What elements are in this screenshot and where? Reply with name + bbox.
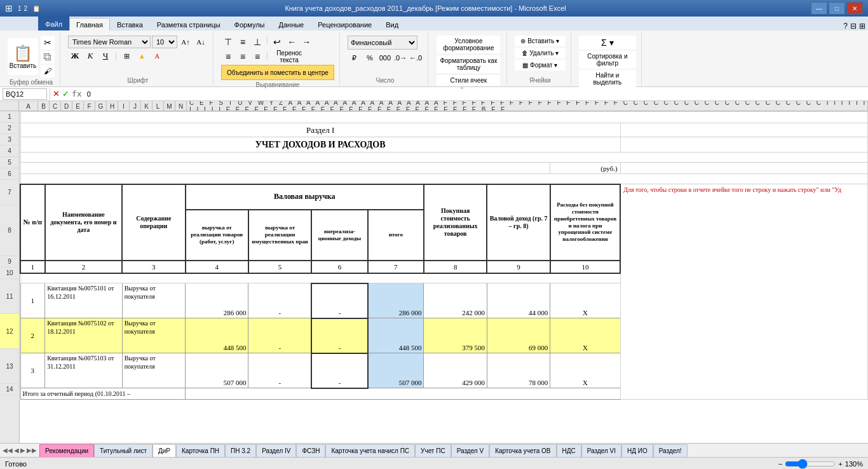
paste-button[interactable]: 📋 Вставить xyxy=(8,38,38,75)
border-button[interactable]: ⊞ xyxy=(119,50,133,62)
sheet-tab-pn32[interactable]: ПН 3.2 xyxy=(225,444,256,457)
close-button[interactable]: ✕ xyxy=(846,2,863,15)
cell-styles-button[interactable]: Стили ячеек xyxy=(437,75,500,86)
align-left-button[interactable]: ≡ xyxy=(221,50,235,63)
data-row2-itogo[interactable]: 448 500 xyxy=(368,318,424,353)
data-row3-v1[interactable]: 507 000 xyxy=(186,353,248,388)
zoom-in-icon[interactable]: + xyxy=(838,460,842,468)
data-row3-op[interactable]: Выручка от покупателя xyxy=(122,353,185,388)
data-row1-num[interactable]: 1 xyxy=(20,283,45,318)
tab-data[interactable]: Данные xyxy=(271,18,311,31)
italic-button[interactable]: К xyxy=(83,50,97,62)
sheet-tab-kartochka-pn[interactable]: Карточка ПН xyxy=(176,444,225,457)
zoom-level[interactable]: 130% xyxy=(845,460,863,468)
sum-button[interactable]: Σ ▾ xyxy=(579,36,636,50)
merge-button[interactable]: Объединить и поместить в центре xyxy=(221,65,334,80)
data-row1-op[interactable]: Выручка от покупателя xyxy=(122,283,185,318)
sheet-tab-kartochka-ps[interactable]: Карточка учета начисл ПС xyxy=(325,444,415,457)
cell-reference-input[interactable] xyxy=(3,88,47,100)
sheet-tab-kartochka-ov[interactable]: Карточка учета ОВ xyxy=(489,444,556,457)
tab-insert[interactable]: Вставка xyxy=(110,18,150,31)
sheet-tab-razdel-last[interactable]: Раздел! xyxy=(653,444,688,457)
number-format-select[interactable]: Финансовый xyxy=(348,36,417,50)
tab-review[interactable]: Рецензирование xyxy=(311,18,379,31)
minimize-button[interactable]: — xyxy=(811,2,827,15)
data-row1-pokup[interactable]: 242 000 xyxy=(424,283,487,318)
font-color-button[interactable]: A xyxy=(150,50,164,62)
font-shrink-button[interactable]: A↓ xyxy=(194,36,208,48)
data-row2-v1[interactable]: 448 500 xyxy=(186,318,248,353)
dec-dec-button[interactable]: ←.0 xyxy=(409,51,423,64)
sheet-tab-uchet-ps[interactable]: Учет ПС xyxy=(415,444,451,457)
data-row1-valdoh[interactable]: 44 000 xyxy=(487,283,550,318)
insert-cells-button[interactable]: ⊕ Вставить ▾ xyxy=(515,36,566,46)
sheet-tab-recommendations[interactable]: Рекомендации xyxy=(39,444,94,457)
data-row2-num[interactable]: 2 xyxy=(20,318,45,353)
tab-page-layout[interactable]: Разметка страницы xyxy=(150,18,227,31)
align-right-button[interactable]: ≡ xyxy=(250,50,264,63)
tab-formulas[interactable]: Формулы xyxy=(227,18,272,31)
conditional-format-button[interactable]: Условное форматирование xyxy=(437,36,500,53)
data-row1-v1[interactable]: 286 000 xyxy=(186,283,248,318)
fill-color-button[interactable]: ▲ xyxy=(135,50,149,62)
wrap-text-button[interactable]: Перенос текста xyxy=(270,50,308,63)
copy-button[interactable]: ⿻ xyxy=(41,51,55,64)
settings-icon[interactable]: ⊟ xyxy=(850,22,857,31)
indent-dec-button[interactable]: ← xyxy=(285,36,299,48)
help-icon[interactable]: ? xyxy=(843,22,848,31)
dec-inc-button[interactable]: .0→ xyxy=(393,51,407,64)
window-controls[interactable]: — □ ✕ xyxy=(811,2,863,15)
zoom-slider[interactable] xyxy=(785,459,836,469)
tab-prev-icon[interactable]: ◀◀ xyxy=(3,447,13,454)
data-row3-valdoh[interactable]: 78 000 xyxy=(487,353,550,388)
confirm-formula-icon[interactable]: ✓ xyxy=(62,89,69,99)
maximize-button[interactable]: □ xyxy=(829,2,845,15)
data-row1-itogo[interactable]: 286 000 xyxy=(368,283,424,318)
data-row2-pokup[interactable]: 379 500 xyxy=(424,318,487,353)
tab-next-single-icon[interactable]: ▶ xyxy=(20,447,25,454)
expand-icon[interactable]: ⊞ xyxy=(859,22,865,31)
data-row3-doc[interactable]: Квитанция №0075103 от 31.12.2011 xyxy=(45,353,122,388)
text-direction-button[interactable]: ↩ xyxy=(270,36,284,48)
indent-inc-button[interactable]: → xyxy=(299,36,313,48)
font-grow-button[interactable]: A↑ xyxy=(179,36,193,48)
tab-file[interactable]: Файл xyxy=(38,17,69,31)
format-cells-button[interactable]: ▦ Формат ▾ xyxy=(515,60,566,71)
sheet-tab-razdel6[interactable]: Раздел VI xyxy=(581,444,621,457)
align-top-button[interactable]: ⊤ xyxy=(221,36,235,48)
data-row1-doc[interactable]: Квитанция №0075101 от 16.12.2011 xyxy=(45,283,122,318)
sheet-tab-razdel4[interactable]: Раздел IV xyxy=(256,444,296,457)
data-row2-op[interactable]: Выручка от покупателя xyxy=(122,318,185,353)
data-row3-col10[interactable]: X xyxy=(550,353,620,388)
data-row2-v3[interactable]: - xyxy=(311,318,367,353)
data-row3-itogo[interactable]: 507 000 xyxy=(368,353,424,388)
align-middle-button[interactable]: ≡ xyxy=(236,36,250,48)
data-row3-num[interactable]: 3 xyxy=(20,353,45,388)
sheet-tab-nds[interactable]: НДС xyxy=(557,444,581,457)
sort-button[interactable]: Сортировка и фильтр xyxy=(579,51,636,69)
currency-button[interactable]: ₽ xyxy=(348,51,362,64)
tab-next-icon[interactable]: ▶▶ xyxy=(27,447,37,454)
section-title-cell[interactable]: Раздел I xyxy=(20,123,620,137)
format-painter-button[interactable]: 🖌 xyxy=(41,65,55,78)
find-button[interactable]: Найти и выделить xyxy=(579,70,636,88)
data-row2-valdoh[interactable]: 69 000 xyxy=(487,318,550,353)
data-row3-v2[interactable]: - xyxy=(248,353,311,388)
data-row2-doc[interactable]: Квитанция №0075102 от 18.12.2011 xyxy=(45,318,122,353)
comma-button[interactable]: 000 xyxy=(378,51,392,64)
row1-cell[interactable] xyxy=(20,112,868,123)
sheet-tab-title[interactable]: Титульный лист xyxy=(94,444,153,457)
formula-input[interactable] xyxy=(85,88,865,100)
insert-function-icon[interactable]: fx xyxy=(72,89,82,99)
data-row1-v2[interactable]: - xyxy=(248,283,311,318)
format-table-button[interactable]: Форматировать как таблицу xyxy=(437,55,500,73)
sheet-tab-razdel5[interactable]: Раздел V xyxy=(451,444,490,457)
cut-button[interactable]: ✂ xyxy=(41,36,55,50)
delete-cells-button[interactable]: 🗑 Удалить ▾ xyxy=(515,48,566,58)
data-row1-col10[interactable]: X xyxy=(550,283,620,318)
align-bottom-button[interactable]: ⊥ xyxy=(250,36,264,48)
tab-view[interactable]: Вид xyxy=(379,18,405,31)
section-subtitle-cell[interactable]: УЧЕТ ДОХОДОВ И РАСХОДОВ xyxy=(20,137,620,153)
sheet-tab-fszn[interactable]: ФСЗН xyxy=(296,444,325,457)
percent-button[interactable]: % xyxy=(363,51,377,64)
